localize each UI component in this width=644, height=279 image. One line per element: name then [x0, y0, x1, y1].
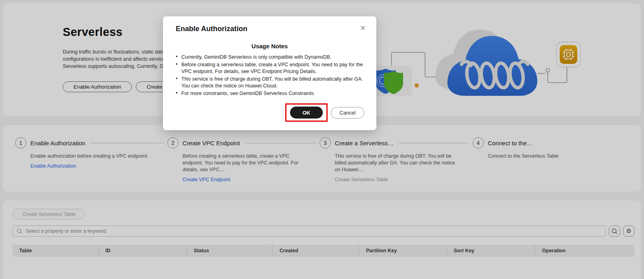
usage-note-item: Currently, GeminiDB Serverless is only c… [181, 54, 368, 61]
usage-notes-list: Currently, GeminiDB Serverless is only c… [163, 54, 368, 97]
dialog-footer: OK Cancel [285, 103, 364, 122]
ok-button-annotation-box: OK [285, 103, 328, 122]
usage-note-item: This service is free of charge during OB… [181, 76, 368, 90]
ok-button[interactable]: OK [290, 107, 323, 119]
cancel-button[interactable]: Cancel [331, 107, 364, 119]
enable-authorization-dialog: Enable Authorization ✕ Usage Notes Curre… [163, 16, 376, 130]
usage-note-item: For more constraints, see GeminiDB Serve… [181, 90, 368, 97]
usage-note-item: Before creating a serverless table, crea… [181, 61, 368, 75]
dialog-title: Enable Authorization [176, 25, 247, 33]
usage-notes-heading: Usage Notes [163, 43, 376, 49]
close-icon[interactable]: ✕ [358, 23, 368, 33]
